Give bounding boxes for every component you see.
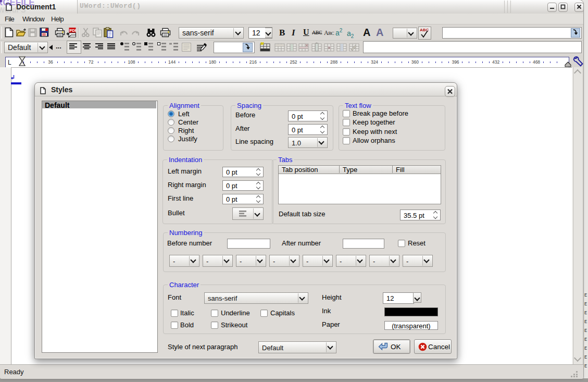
svg-text:PDF: PDF <box>70 28 77 33</box>
